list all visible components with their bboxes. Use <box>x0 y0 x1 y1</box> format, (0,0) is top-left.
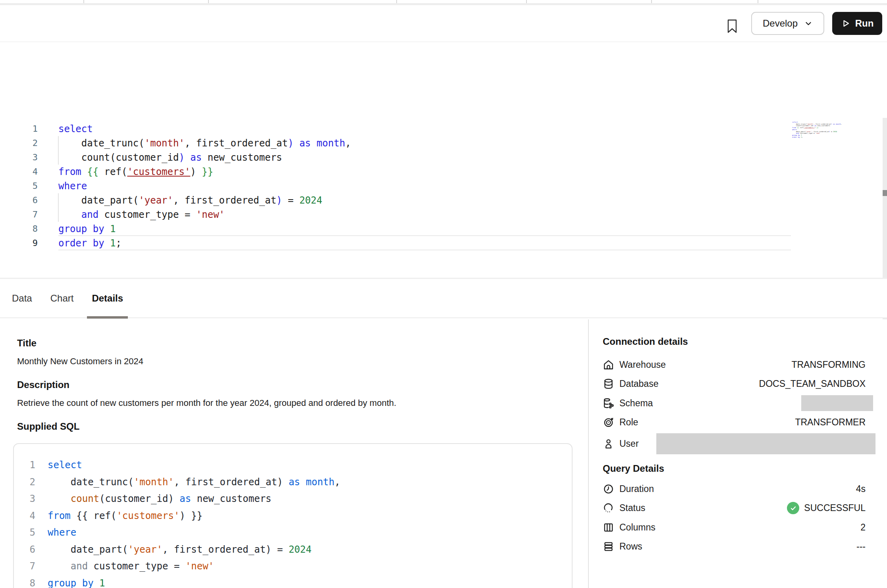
role-icon <box>603 417 615 429</box>
connection-row: WarehouseTRANSFORMING <box>603 355 866 375</box>
app-window: Develop Run Query completed in 4s Enviro… <box>0 0 887 588</box>
code-token: date_part( <box>58 195 139 206</box>
row-value-text: DOCS_TEAM_SANDBOX <box>759 379 866 389</box>
row-label: Warehouse <box>619 359 666 370</box>
code-token: (customer_id) <box>99 493 179 504</box>
supplied-sql-heading: Supplied SQL <box>17 421 79 432</box>
develop-menu-button[interactable]: Develop <box>751 12 824 35</box>
tab-data[interactable]: Data <box>12 279 32 318</box>
run-label: Run <box>855 18 874 29</box>
code-token: , first_ordered_at <box>173 195 276 206</box>
editor-minimap[interactable]: select date_trunc('month', first_ordered… <box>792 121 845 140</box>
code-token: {{ <box>87 166 98 177</box>
code-line: group by 1 <box>48 575 340 588</box>
connection-row: User <box>603 432 866 455</box>
code-line: group by 1 <box>58 222 351 236</box>
line-number: 6 <box>23 541 35 558</box>
code-token <box>48 561 71 572</box>
row-value: TRANSFORMER <box>795 417 866 428</box>
line-number: 4 <box>23 507 35 525</box>
bookmark-button[interactable] <box>725 16 743 36</box>
code-token: and <box>81 209 98 220</box>
code-token <box>104 238 110 249</box>
code-line: from {{ ref('customers') }} <box>58 165 351 179</box>
code-token: = <box>830 131 833 133</box>
code-token: customer_type = <box>88 561 185 572</box>
code-token: 'month' <box>145 138 185 149</box>
code-token: 2024 <box>299 195 322 206</box>
tab-divider <box>83 0 84 3</box>
supplied-sql-code: select date_trunc('month', first_ordered… <box>48 457 340 588</box>
code-token: }} <box>816 127 818 129</box>
row-label: Role <box>619 417 638 428</box>
code-token: and <box>71 561 88 572</box>
code-line: order by 1; <box>58 236 351 250</box>
tab-details[interactable]: Details <box>92 279 123 318</box>
code-token: select <box>58 123 93 135</box>
code-token: as <box>299 138 311 149</box>
code-token: 2024 <box>289 544 312 555</box>
tab-divider <box>396 0 397 3</box>
line-number: 7 <box>16 208 38 222</box>
code-token: order by <box>792 136 800 138</box>
redacted-value <box>801 395 873 411</box>
tab-divider <box>526 0 527 3</box>
code-line: date_part('year', first_ordered_at) = 20… <box>58 193 351 208</box>
code-token: count(customer_id <box>58 152 179 163</box>
code-line: date_part('year', first_ordered_at) = 20… <box>48 541 340 558</box>
code-token: ref( <box>799 127 804 129</box>
database-icon <box>603 378 615 390</box>
code-token: 'year' <box>128 544 162 555</box>
code-token: , <box>345 138 351 149</box>
code-token: ) <box>179 152 184 163</box>
line-number: 6 <box>16 193 38 208</box>
code-token: new_customers <box>202 152 282 163</box>
code-token <box>104 223 110 234</box>
code-token: , <box>841 123 842 125</box>
row-label: Schema <box>619 398 653 409</box>
query-detail-row: StatusSUCCESSFUL <box>603 499 866 518</box>
row-label: Status <box>619 503 645 513</box>
row-label: Columns <box>619 522 656 533</box>
connection-row: RoleTRANSFORMER <box>603 413 866 432</box>
code-line: and customer_type = 'new' <box>48 558 340 575</box>
code-token <box>293 138 299 149</box>
minimap-code: select date_trunc('month', first_ordered… <box>792 121 801 138</box>
code-token: from <box>58 166 81 177</box>
warehouse-icon <box>603 359 615 371</box>
line-number: 9 <box>16 236 38 250</box>
tab-chart[interactable]: Chart <box>50 279 74 318</box>
code-token: customer_type = <box>98 209 196 220</box>
code-token: count <box>71 493 99 504</box>
code-token <box>300 477 306 488</box>
connection-details-rows: WarehouseTRANSFORMINGDatabaseDOCS_TEAM_S… <box>603 355 866 455</box>
tab-divider <box>651 0 652 3</box>
row-label: User <box>619 438 639 449</box>
code-token: new_customers <box>816 125 830 127</box>
toolbar: Develop Run <box>0 5 887 42</box>
line-number: 1 <box>16 122 38 136</box>
code-token: where <box>58 181 87 192</box>
line-number: 8 <box>23 575 35 588</box>
row-value-text: 2 <box>860 522 866 533</box>
code-token: ; <box>116 238 121 249</box>
row-label: Database <box>619 379 658 389</box>
connection-row: Schema <box>603 394 866 413</box>
code-token: as <box>179 493 191 504</box>
code-token: 1 <box>99 578 105 588</box>
supplied-sql-gutter: 12345678 <box>23 457 35 588</box>
code-token: date_part( <box>48 544 128 555</box>
code-line: select <box>48 457 340 474</box>
scrollbar-thumb[interactable] <box>883 190 887 196</box>
code-line: order by 1; <box>792 136 801 138</box>
run-button[interactable]: Run <box>832 12 882 35</box>
code-token: 'customers' <box>116 510 179 521</box>
description-value: Retrieve the count of new customers per … <box>17 398 396 408</box>
sql-editor[interactable]: 123456789 select date_trunc('month', fir… <box>0 42 887 279</box>
code-line: where <box>48 524 340 541</box>
tab-divider <box>208 0 209 3</box>
query-detail-row: Duration4s <box>603 479 866 499</box>
line-number: 7 <box>23 558 35 575</box>
browser-tab-strip <box>0 0 887 3</box>
code-token: , first_ordered_at) <box>174 477 289 488</box>
